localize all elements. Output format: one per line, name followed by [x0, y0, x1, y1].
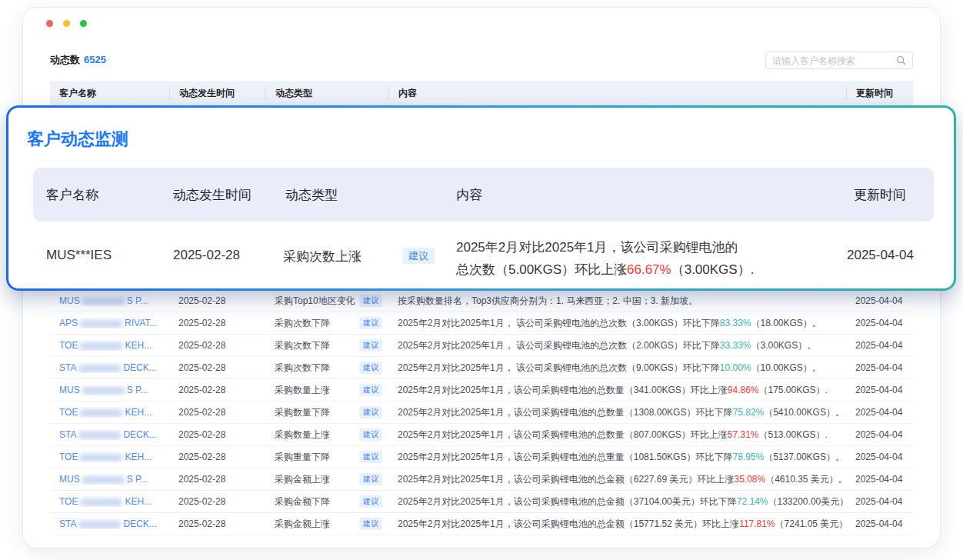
table-row: TOEKEH... 2025-02-28 采购重量下降 建议 2025年2月对比…: [50, 446, 913, 468]
customer-search[interactable]: [765, 52, 913, 69]
customer-name-link[interactable]: STADECK...: [59, 429, 157, 440]
customer-name-link[interactable]: TOEKEH...: [59, 340, 152, 351]
table-row: TOEKEH... 2025-02-28 采购金额下降 建议 2025年2月对比…: [50, 491, 913, 513]
dynamics-count-value: 6525: [84, 54, 106, 65]
redacted-name-blur: [78, 365, 121, 372]
table-header: 客户名称 动态发生时间 动态类型 内容 更新时间: [50, 81, 913, 105]
occur-time: 2025-02-28: [169, 318, 265, 328]
suggestion-badge: 建议: [359, 428, 382, 441]
table-row: MUSS P... 2025-02-28 采购金额上涨 建议 2025年2月对比…: [50, 468, 913, 491]
occur-time: 2025-02-28: [169, 295, 265, 306]
dynamic-type: 采购次数下降: [275, 339, 330, 352]
update-time: 2025-04-04: [846, 340, 913, 351]
col-header-occur-time: 动态发生时间: [169, 86, 265, 100]
suggestion-badge: 建议: [359, 518, 382, 530]
dynamics-count-label: 动态数: [50, 54, 80, 65]
update-time: 2025-04-04: [846, 295, 913, 306]
occur-time: 2025-02-28: [169, 385, 265, 395]
redacted-name-blur: [80, 498, 122, 506]
dynamic-content: 2025年2月对比2025年1月， 该公司采购锂电池的总次数（3.00KGS）环…: [388, 317, 846, 330]
update-time: 2025-04-04: [846, 429, 913, 440]
card-percent-value: 66.67%: [627, 262, 671, 277]
customer-name-link[interactable]: TOEKEH...: [59, 496, 152, 507]
suggestion-badge: 建议: [359, 473, 382, 485]
dynamic-content: 2025年2月对比2025年1月，该公司采购锂电池的总金额（6227.69 美元…: [388, 473, 846, 486]
card-col-occur-time: 动态发生时间: [173, 186, 252, 204]
dynamic-type: 采购金额上涨: [275, 518, 330, 531]
table-row: TOEKEH... 2025-02-28 采购数量下降 建议 2025年2月对比…: [50, 402, 913, 424]
customer-name-link[interactable]: MUSS P...: [59, 474, 148, 485]
maximize-window-icon[interactable]: [80, 20, 87, 27]
suggestion-badge: 建议: [359, 495, 382, 508]
occur-time: 2025-02-28: [169, 474, 265, 485]
card-row: MUS***IES 2025-02-28 采购次数上涨 建议 2025年2月对比…: [33, 222, 934, 291]
page-header: 动态数6525: [50, 52, 913, 70]
update-time: 2025-04-04: [846, 474, 913, 485]
dynamic-content: 2025年2月对比2025年1月，该公司采购锂电池的总数量（341.00KGS）…: [388, 384, 846, 397]
dynamic-content: 2025年2月对比2025年1月，该公司采购锂电池的总重量（1081.50KGS…: [388, 451, 846, 464]
dynamic-type: 采购金额下降: [275, 495, 330, 508]
search-input[interactable]: [772, 55, 896, 66]
customer-name-link[interactable]: STADECK...: [59, 518, 157, 529]
update-time: 2025-04-04: [846, 318, 913, 328]
suggestion-badge: 建议: [359, 406, 382, 418]
dynamic-type: 采购次数下降: [275, 317, 330, 330]
col-header-content: 内容: [388, 86, 846, 100]
update-time: 2025-04-04: [846, 385, 913, 395]
card-col-customer-name: 客户名称: [46, 186, 98, 204]
customer-name-link[interactable]: TOEKEH...: [59, 407, 152, 418]
minimize-window-icon[interactable]: [63, 20, 70, 27]
occur-time: 2025-02-28: [169, 518, 265, 529]
customer-name-link[interactable]: STADECK...: [59, 362, 157, 373]
redacted-name-blur: [82, 298, 125, 305]
card-dynamic-type: 采购次数上涨: [283, 248, 362, 265]
card-title: 客户动态监测: [27, 128, 128, 151]
dynamic-content: 2025年2月对比2025年1月， 该公司采购锂电池的总次数（9.00KGS）环…: [388, 362, 846, 375]
close-window-icon[interactable]: [46, 20, 53, 27]
customer-name-link[interactable]: APSRIVAT...: [59, 318, 157, 328]
table-row: TOEKEH... 2025-02-28 采购次数下降 建议 2025年2月对比…: [50, 335, 913, 357]
card-dynamic-content: 2025年2月对比2025年1月，该公司采购锂电池的 总次数（5.00KGS）环…: [456, 236, 841, 281]
customer-name-link[interactable]: TOEKEH...: [59, 452, 152, 462]
window-controls: [46, 20, 87, 27]
dynamic-type: 采购次数下降: [275, 362, 330, 375]
update-time: 2025-04-04: [846, 496, 913, 507]
table-row: STADECK... 2025-02-28 采购数量上涨 建议 2025年2月对…: [50, 424, 913, 446]
occur-time: 2025-02-28: [169, 362, 265, 373]
suggestion-badge: 建议: [359, 339, 382, 352]
dynamic-type: 采购重量下降: [275, 451, 330, 464]
dynamic-type: 采购数量上涨: [275, 428, 330, 442]
occur-time: 2025-02-28: [169, 407, 265, 418]
dynamic-content: 按采购数量排名，Top3供应商分别为：1. 马来西亚；2. 中国；3. 新加坡。: [388, 295, 846, 308]
redacted-name-blur: [78, 432, 121, 439]
redacted-name-blur: [78, 521, 121, 528]
search-icon[interactable]: [896, 55, 906, 65]
customer-name-link[interactable]: MUSS P...: [59, 295, 148, 306]
table-row: MUSS P... 2025-02-28 采购数量上涨 建议 2025年2月对比…: [50, 379, 913, 402]
table-row: STADECK... 2025-02-28 采购次数下降 建议 2025年2月对…: [50, 357, 913, 379]
suggestion-badge: 建议: [359, 451, 382, 463]
redacted-name-blur: [80, 454, 122, 462]
update-time: 2025-04-04: [846, 452, 913, 462]
redacted-name-blur: [82, 476, 125, 484]
dynamic-type: 采购金额上涨: [275, 473, 330, 486]
update-time: 2025-04-04: [846, 362, 913, 373]
suggestion-badge: 建议: [359, 317, 382, 329]
table-row: APSRIVAT... 2025-02-28 采购次数下降 建议 2025年2月…: [50, 312, 913, 335]
dynamic-content: 2025年2月对比2025年1月，该公司采购锂电池的总金额（37104.00美元…: [388, 495, 846, 508]
redacted-name-blur: [80, 409, 122, 417]
occur-time: 2025-02-28: [169, 452, 265, 462]
card-col-content: 内容: [456, 186, 482, 204]
redacted-name-blur: [82, 387, 125, 395]
customer-name-link[interactable]: MUSS P...: [59, 385, 148, 395]
dynamic-content: 2025年2月对比2025年1月， 该公司采购锂电池的总次数（2.00KGS）环…: [388, 339, 846, 352]
dynamic-content: 2025年2月对比2025年1月，该公司采购锂电池的总金额（15771.52 美…: [388, 518, 846, 531]
table-row: STADECK... 2025-02-28 采购金额上涨 建议 2025年2月对…: [50, 513, 913, 535]
highlight-card: 客户动态监测 客户名称 动态发生时间 动态类型 内容 更新时间 MUS***IE…: [6, 105, 956, 291]
dynamic-type: 采购Top10地区变化: [275, 295, 355, 308]
card-update-time: 2025-04-04: [847, 248, 914, 263]
dynamic-content: 2025年2月对比2025年1月，该公司采购锂电池的总数量（1308.00KGS…: [388, 406, 846, 419]
update-time: 2025-04-04: [846, 407, 913, 418]
card-customer-name: MUS***IES: [46, 248, 112, 263]
dynamic-content: 2025年2月对比2025年1月，该公司采购锂电池的总数量（807.00KGS）…: [388, 428, 846, 442]
